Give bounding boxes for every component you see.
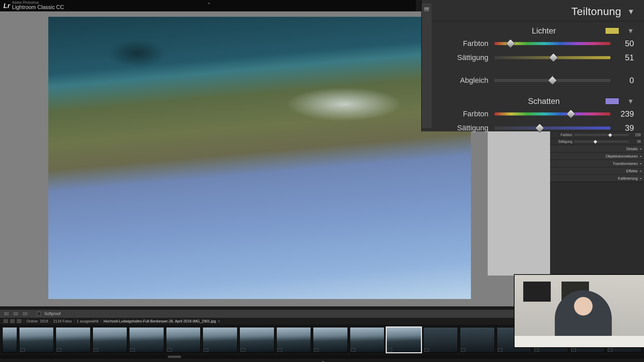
filmstrip-scroll-handle[interactable] — [168, 356, 181, 358]
sort-icon[interactable] — [17, 319, 21, 323]
balance-label: Abgleich — [436, 76, 494, 85]
view-compare-button[interactable] — [22, 311, 28, 316]
thumb[interactable] — [166, 327, 201, 352]
panel-effects[interactable]: Effekte◂ — [550, 167, 644, 174]
grid-icon[interactable] — [10, 319, 15, 323]
filmstrip-scrollbar[interactable] — [0, 355, 644, 359]
thumb[interactable] — [460, 327, 494, 352]
shadows-swatch[interactable] — [605, 98, 619, 105]
breadcrumb-filename[interactable]: Hochzeit-Ludwigshafen-Full-Benkesser-26.… — [104, 319, 216, 323]
thumb[interactable] — [350, 327, 384, 352]
panel-calibration[interactable]: Kalibrierung◂ — [550, 174, 644, 182]
collapse-top-icon[interactable]: ▴ — [208, 0, 210, 5]
app-logo: Lr — [3, 2, 10, 10]
thumb[interactable] — [203, 327, 237, 352]
panel-details[interactable]: Details◂ — [550, 145, 644, 152]
app-suite: Adobe Photoshop — [12, 1, 64, 4]
balance-slider[interactable] — [494, 77, 610, 84]
main-photo[interactable] — [48, 17, 471, 299]
second-monitor-icon[interactable] — [3, 319, 8, 323]
breadcrumb-folder-year[interactable]: 2018 — [40, 319, 48, 323]
shadows-label: Schatten — [483, 97, 605, 106]
thumb[interactable] — [93, 327, 127, 352]
thumb[interactable] — [3, 327, 17, 352]
canvas-gutter — [488, 131, 550, 276]
thumb-selected[interactable] — [387, 327, 421, 352]
split-toning-panel: Teiltonung ▼ Lichter ▼ Farbton 50 Sättig… — [421, 0, 644, 131]
shadows-sat-label: Sättigung — [436, 124, 494, 132]
panel-toggle-icon[interactable] — [424, 7, 429, 11]
collapse-bottom-icon[interactable]: ▾ — [322, 359, 324, 362]
thumb[interactable] — [129, 327, 164, 352]
develop-right-column: Farbton 239 Sättigung 39 Details◂ Objekt… — [550, 131, 644, 292]
shadows-hue-label: Farbton — [436, 110, 494, 118]
shadows-hue-value[interactable]: 239 — [610, 109, 634, 119]
app-name: Lightroom Classic CC — [12, 4, 64, 10]
shadows-picker-icon[interactable]: ▼ — [627, 98, 634, 105]
app-title-bar: Lr Adobe Photoshop Lightroom Classic CC … — [0, 0, 416, 11]
webcam-overlay — [515, 275, 644, 347]
highlights-swatch[interactable] — [605, 27, 619, 34]
shadows-hue-slider[interactable] — [494, 110, 610, 118]
breadcrumb-count: 2119 Fotos — [53, 319, 72, 323]
loupe-toolbar: Softproof — [0, 310, 515, 318]
highlights-hue-label: Farbton — [436, 39, 494, 48]
panel-collapse-icon[interactable]: ▼ — [627, 7, 635, 16]
thumb[interactable] — [313, 327, 347, 352]
softproof-checkbox[interactable] — [37, 312, 41, 316]
thumb[interactable] — [56, 327, 90, 352]
highlights-hue-slider[interactable] — [494, 40, 610, 47]
panel-transform[interactable]: Transformieren◂ — [550, 160, 644, 167]
breadcrumb-selected: 1 ausgewählt — [77, 319, 99, 323]
balance-value[interactable]: 0 — [610, 76, 634, 85]
view-before-after-button[interactable] — [13, 311, 19, 316]
breadcrumb-folder-label[interactable]: Ordner — [26, 319, 38, 323]
thumb[interactable] — [240, 327, 274, 352]
thumb[interactable] — [277, 327, 311, 352]
thumb[interactable] — [424, 327, 458, 352]
softproof-label: Softproof — [44, 311, 61, 316]
highlights-sat-label: Sättigung — [436, 53, 494, 62]
view-loupe-button[interactable] — [3, 311, 9, 316]
panel-title: Teiltonung — [571, 5, 621, 18]
thumb[interactable] — [19, 327, 54, 352]
highlights-picker-icon[interactable]: ▼ — [627, 27, 634, 35]
highlights-hue-value[interactable]: 50 — [610, 39, 634, 48]
shadows-sat-slider[interactable] — [494, 124, 610, 132]
mini-shadow-sat-row[interactable]: Sättigung 39 — [550, 138, 644, 145]
highlights-sat-value[interactable]: 51 — [610, 53, 634, 62]
highlights-sat-slider[interactable] — [494, 54, 610, 61]
highlights-label: Lichter — [483, 26, 605, 36]
panel-lens[interactable]: Objektivkorrekturen◂ — [550, 152, 644, 160]
mini-shadow-hue-row[interactable]: Farbton 239 — [550, 131, 644, 138]
